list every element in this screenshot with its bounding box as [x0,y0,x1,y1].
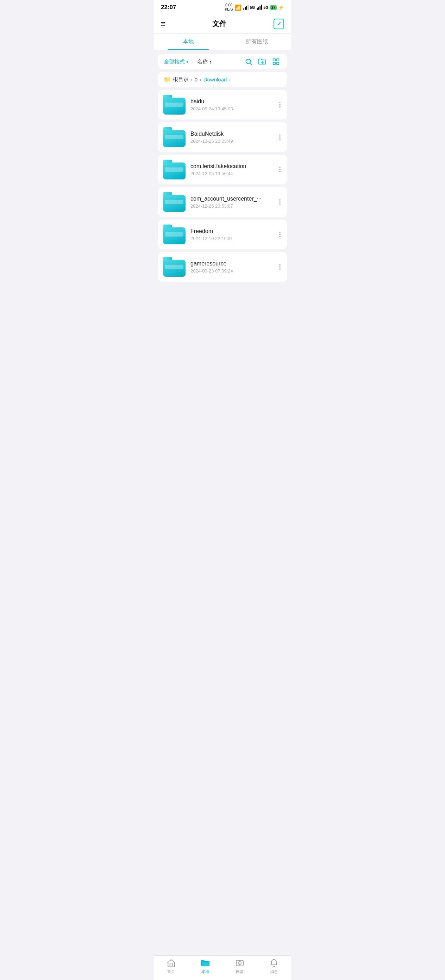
status-bar: 22:07 0.00KB/S 📶 5G 5G 27 ⚡ [154,0,291,14]
file-date: 2024-09-24 19:45:03 [190,106,273,111]
folder-icon: 📁 [164,76,171,83]
signal-icon [243,5,249,10]
signal2-icon [256,5,262,10]
svg-rect-3 [247,5,249,10]
svg-rect-6 [260,6,261,10]
folder-icon-fakelocation [163,160,185,180]
svg-rect-13 [277,59,279,61]
file-more-button[interactable] [278,134,282,140]
file-info-baidu: baidu 2024-09-24 19:45:03 [190,99,273,111]
sort-arrow-icon: ↑ [209,59,212,65]
folder-icon-usercenter [163,192,185,212]
breadcrumb: 📁 根目录 › 0 › Download › [158,72,287,87]
list-item[interactable]: BaiduNetdisk 2024-12-25 22:23:49 [158,123,287,152]
file-name: baidu [190,99,273,105]
breadcrumb-root[interactable]: 根目录 [173,76,189,83]
battery-badge: 27 [270,5,277,10]
file-name: com.lerist.fakelocation [190,163,273,170]
charging-icon: ⚡ [278,5,284,10]
file-list: baidu 2024-09-24 19:45:03 BaiduNetdisk 2… [154,90,291,310]
file-name: com_account_usercenter_··· [190,196,273,202]
folder-icon-gameresource [163,257,185,277]
tab-local[interactable]: 本地 [154,34,223,50]
file-name: gameresource [190,261,273,267]
folder-icon-baidu [163,95,185,115]
menu-icon[interactable]: ≡ [161,20,165,28]
svg-rect-4 [257,8,258,10]
grid-view-button[interactable] [271,58,281,65]
file-info-fakelocation: com.lerist.fakelocation 2024-12-05 19:56… [190,163,273,176]
file-info-usercenter: com_account_usercenter_··· 2024-12-26 20… [190,196,273,209]
svg-rect-5 [258,7,260,10]
folder-icon-freedom [163,224,185,244]
fiveg2-icon: 5G [263,5,269,10]
page-title: 文件 [165,19,274,29]
svg-rect-15 [277,62,279,65]
svg-rect-12 [273,59,275,61]
svg-line-9 [250,63,252,65]
svg-rect-0 [243,8,244,10]
list-item[interactable]: com.lerist.fakelocation 2024-12-05 19:56… [158,155,287,185]
breadcrumb-sep-1: › [191,77,193,83]
file-more-button[interactable] [278,232,282,237]
svg-rect-7 [261,5,262,10]
list-item[interactable]: baidu 2024-09-24 19:45:03 [158,90,287,119]
file-name: Freedom [190,228,273,234]
new-folder-icon [258,58,266,65]
list-item[interactable]: com_account_usercenter_··· 2024-12-26 20… [158,187,287,217]
file-more-button[interactable] [278,199,282,205]
new-folder-button[interactable] [257,58,268,65]
folder-icon-baidunetdisk [163,127,185,147]
svg-rect-14 [273,62,275,65]
status-icons: 0.00KB/S 📶 5G 5G 27 ⚡ [225,3,284,12]
header: ≡ 文件 [154,14,291,34]
svg-rect-1 [245,7,246,10]
svg-rect-2 [246,6,247,10]
select-all-button[interactable] [274,19,284,29]
status-time: 22:07 [161,4,176,11]
list-item[interactable]: gameresource 2024-09-23 07:09:24 [158,252,287,282]
tab-all-drawings[interactable]: 所有图纸 [223,34,291,50]
file-name: BaiduNetdisk [190,131,273,137]
chevron-down-icon: ▾ [186,59,188,64]
sort-button[interactable]: 名称 ↑ [197,59,212,65]
search-icon [245,58,252,65]
toolbar: 全部格式 ▾ 名称 ↑ [158,54,287,69]
file-date: 2024-09-23 07:09:24 [190,268,273,274]
file-more-button[interactable] [278,167,282,172]
file-more-button[interactable] [278,264,282,270]
file-info-baidunetdisk: BaiduNetdisk 2024-12-25 22:23:49 [190,131,273,144]
list-item[interactable]: Freedom 2024-12-10 22:16:31 [158,220,287,249]
breadcrumb-0[interactable]: 0 [195,76,198,83]
file-date: 2024-12-26 20:53:07 [190,204,273,209]
fiveg-icon: 5G [250,5,255,10]
file-date: 2024-12-05 19:56:44 [190,171,273,176]
breadcrumb-sep-3: › [229,77,231,83]
file-date: 2024-12-10 22:16:31 [190,236,273,241]
grid-icon [272,58,280,65]
breadcrumb-download[interactable]: Download [203,76,227,83]
file-more-button[interactable] [278,102,282,108]
format-filter-button[interactable]: 全部格式 ▾ [164,59,188,65]
file-info-freedom: Freedom 2024-12-10 22:16:31 [190,228,273,241]
wifi-icon: 📶 [234,4,242,11]
breadcrumb-sep-2: › [200,77,201,83]
status-speed: 0.00KB/S [225,3,233,12]
file-info-gameresource: gameresource 2024-09-23 07:09:24 [190,261,273,274]
tabs-bar: 本地 所有图纸 [154,34,291,50]
file-date: 2024-12-25 22:23:49 [190,138,273,144]
toolbar-divider [193,59,193,65]
search-button[interactable] [243,58,254,65]
